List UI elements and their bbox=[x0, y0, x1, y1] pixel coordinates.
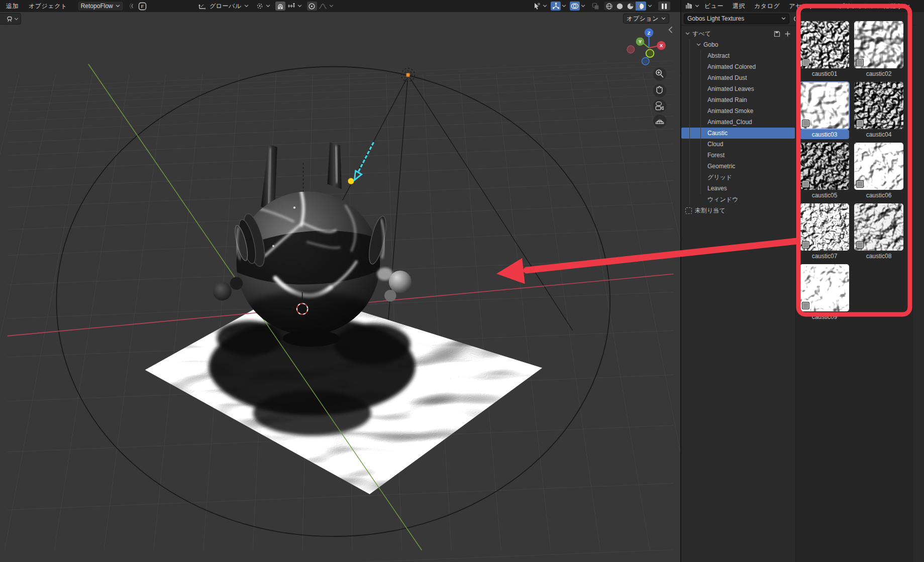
asset-item-caustic08[interactable]: caustic08 bbox=[854, 203, 903, 261]
catalog-item-Leaves[interactable]: Leaves bbox=[681, 183, 795, 194]
proportional-icon[interactable] bbox=[307, 2, 317, 11]
asset-item-caustic07[interactable]: caustic07 bbox=[800, 203, 849, 261]
asset-item-caustic05[interactable]: caustic05 bbox=[800, 143, 849, 200]
catalog-item-Geometric[interactable]: Geometric bbox=[681, 161, 795, 172]
asset-item-caustic01[interactable]: caustic01 bbox=[800, 21, 849, 78]
magnet-icon[interactable] bbox=[275, 2, 285, 11]
camera-icon[interactable] bbox=[653, 99, 666, 113]
partial-editor-selector[interactable] bbox=[0, 13, 21, 25]
f-button[interactable]: F bbox=[138, 2, 148, 11]
catalog-item-label: Animated Dust bbox=[707, 74, 747, 81]
options-dropdown[interactable]: オプション bbox=[623, 14, 669, 24]
asset-item-caustic09[interactable]: caustic09 bbox=[800, 264, 849, 321]
chevron-down-icon[interactable] bbox=[581, 5, 585, 8]
chevron-down-icon[interactable] bbox=[562, 5, 566, 8]
chevron-down-icon[interactable] bbox=[266, 5, 270, 8]
catalog-item-Gobo[interactable]: Gobo bbox=[681, 39, 795, 50]
catalog-item-Cloud[interactable]: Cloud bbox=[681, 139, 795, 150]
catalog-item-ウィンドウ[interactable]: ウィンドウ bbox=[681, 194, 795, 205]
shading-rendered-icon[interactable] bbox=[636, 2, 646, 11]
catalog-item-Animated Leaves[interactable]: Animated Leaves bbox=[681, 83, 795, 94]
chevron-down-icon[interactable] bbox=[905, 5, 910, 8]
svg-text:Y: Y bbox=[639, 39, 642, 44]
asset-label: caustic03 bbox=[800, 130, 849, 139]
gizmo-neg-z[interactable] bbox=[642, 58, 649, 65]
library-select[interactable]: Gobos Light Textures bbox=[684, 14, 789, 24]
orientation-dropdown[interactable]: グローバル bbox=[208, 2, 243, 11]
asset-thumbnail[interactable] bbox=[800, 264, 849, 311]
catalog-item-label: ウィンドウ bbox=[707, 195, 738, 204]
chevron-down-icon[interactable] bbox=[648, 5, 652, 8]
chevron-down-icon[interactable] bbox=[297, 5, 302, 8]
editor-divider[interactable] bbox=[680, 0, 681, 562]
catalog-item-Animated Dust[interactable]: Animated Dust bbox=[681, 72, 795, 83]
chevron-down-icon[interactable] bbox=[329, 5, 334, 8]
asset-thumbnail[interactable] bbox=[854, 203, 903, 251]
chevron-down-icon[interactable] bbox=[695, 5, 699, 8]
asset-thumbnail[interactable] bbox=[854, 143, 903, 190]
plus-icon[interactable] bbox=[784, 31, 791, 37]
pause-icon[interactable] bbox=[658, 2, 670, 11]
overlays-icon[interactable] bbox=[570, 2, 580, 11]
asset-item-caustic06[interactable]: caustic06 bbox=[854, 143, 903, 200]
asset-browser: Gobos Light Textures すべてGoboAbstractAnim… bbox=[681, 12, 924, 562]
shading-wireframe-icon[interactable] bbox=[604, 2, 614, 11]
asset-label: caustic06 bbox=[854, 190, 903, 200]
catalog-item-Animated Colored[interactable]: Animated Colored bbox=[681, 61, 795, 72]
asset-thumbnail[interactable] bbox=[800, 203, 849, 251]
shading-material-icon[interactable] bbox=[625, 2, 636, 11]
xray-icon[interactable] bbox=[590, 2, 600, 11]
asset-item-caustic03[interactable]: caustic03 bbox=[800, 82, 849, 139]
menu-select[interactable]: 選択 bbox=[729, 2, 749, 11]
asset-thumbnail[interactable] bbox=[854, 82, 903, 129]
menu-catalog[interactable]: カタログ bbox=[750, 2, 784, 11]
catalog-item-Forest[interactable]: Forest bbox=[681, 150, 795, 161]
menu-asset[interactable]: アセット bbox=[785, 2, 818, 11]
shading-solid-icon[interactable] bbox=[614, 2, 625, 11]
expander-icon[interactable] bbox=[696, 43, 701, 46]
3d-viewport[interactable]: Z Y X bbox=[0, 12, 681, 562]
catalog-item-label: Cloud bbox=[707, 141, 723, 148]
moon-icon[interactable] bbox=[126, 2, 136, 11]
asset-item-caustic04[interactable]: caustic04 bbox=[854, 82, 903, 139]
catalog-item-グリッド[interactable]: グリッド bbox=[681, 172, 795, 183]
catalog-item-Animated_Cloud[interactable]: Animated_Cloud bbox=[681, 117, 795, 128]
pan-hand-icon[interactable] bbox=[653, 84, 666, 97]
gizmo-icon[interactable] bbox=[551, 2, 561, 11]
asset-browser-icon[interactable] bbox=[684, 2, 694, 11]
pivot-icon[interactable] bbox=[255, 2, 265, 11]
catalog-item-すべて[interactable]: すべて bbox=[681, 28, 795, 39]
snap-target-icon[interactable] bbox=[286, 2, 296, 11]
menu-add[interactable]: 追加 bbox=[2, 2, 23, 11]
catalog-item-label: グリッド bbox=[707, 173, 732, 182]
catalog-item-Abstract[interactable]: Abstract bbox=[681, 50, 795, 61]
gizmo-neg-y[interactable] bbox=[646, 49, 654, 57]
partial-widget-icon bbox=[7, 16, 13, 22]
catalog-item-Animated Rain[interactable]: Animated Rain bbox=[681, 94, 795, 105]
expander-icon[interactable] bbox=[685, 32, 690, 35]
asset-thumbnail[interactable] bbox=[854, 21, 903, 68]
grid-perspective-icon[interactable] bbox=[653, 115, 666, 128]
menu-view[interactable]: ビュー bbox=[700, 2, 728, 11]
save-icon[interactable] bbox=[774, 31, 780, 37]
retopoflow-dropdown[interactable]: RetopoFlow bbox=[77, 1, 124, 11]
import-method-dropdown[interactable]: プリファレンスに従う bbox=[838, 2, 902, 11]
robot-base bbox=[283, 330, 340, 347]
zoom-icon[interactable] bbox=[653, 67, 666, 80]
catalog-item-未割り当て[interactable]: 未割り当て bbox=[681, 205, 795, 216]
catalog-item-Animated Smoke[interactable]: Animated Smoke bbox=[681, 105, 795, 117]
chevron-down-icon[interactable] bbox=[543, 5, 547, 8]
catalog-item-label: すべて bbox=[692, 30, 711, 38]
asset-thumbnail[interactable] bbox=[800, 82, 849, 129]
yellow-target-dot bbox=[348, 178, 354, 184]
falloff-icon[interactable] bbox=[318, 2, 328, 11]
texture-datablock-icon bbox=[802, 302, 809, 309]
catalog-item-Caustic[interactable]: Caustic bbox=[681, 128, 795, 139]
gizmo-neg-x[interactable] bbox=[627, 46, 635, 53]
menu-object[interactable]: オブジェクト bbox=[25, 2, 71, 11]
pointer-icon[interactable] bbox=[532, 2, 542, 11]
asset-thumbnail[interactable] bbox=[800, 21, 849, 68]
asset-thumbnail[interactable] bbox=[800, 143, 849, 190]
asset-item-caustic02[interactable]: caustic02 bbox=[854, 21, 903, 78]
chevron-down-icon[interactable] bbox=[244, 5, 249, 8]
